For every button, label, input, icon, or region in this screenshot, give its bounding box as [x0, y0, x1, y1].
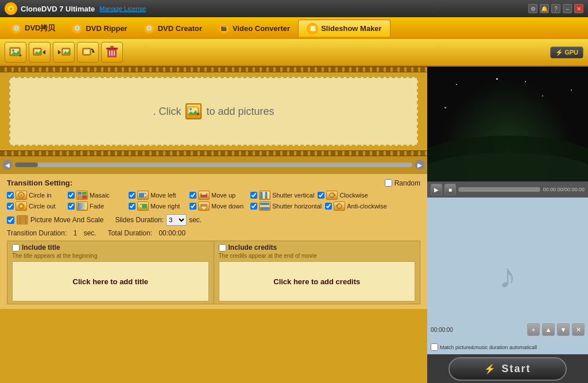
transitions-grid: Circle in Masaic [7, 191, 420, 211]
transition-circle-out: Circle out [7, 202, 64, 211]
masaic-icon [76, 191, 88, 200]
move-down-checkbox[interactable] [189, 203, 196, 210]
picture-area[interactable]: . Click + to add pictures [9, 77, 418, 146]
scrollbar-track[interactable] [15, 163, 412, 167]
svg-rect-34 [82, 195, 87, 199]
dvd-ripper-icon: 💿 [71, 22, 83, 34]
transition-move-up: Move up [189, 191, 247, 200]
rotate-picture-button[interactable] [77, 42, 99, 63]
pic-scale-label: Picture Move And Scale [30, 216, 103, 224]
svg-rect-57 [18, 216, 28, 225]
circle-in-label: Circle in [29, 192, 52, 199]
append-picture-button[interactable] [53, 42, 75, 63]
window-controls: ⚙ 🔔 ? – ✕ [528, 4, 583, 13]
duration-row: Transition Duration: 1 sec. Total Durati… [7, 229, 420, 237]
close-button[interactable]: ✕ [574, 4, 583, 13]
gpu-button[interactable]: ⚡ GPU [550, 47, 583, 59]
add-title-button[interactable]: Click here to add title [12, 261, 209, 301]
random-checkbox[interactable] [385, 179, 392, 187]
add-credits-button[interactable]: Click here to add credits [219, 261, 416, 301]
play-button[interactable]: ▶ [431, 184, 442, 195]
svg-rect-47 [78, 203, 87, 210]
transition-shutter-vertical: Shutter vertical [250, 191, 314, 200]
move-right-checkbox[interactable] [129, 203, 136, 210]
include-credits-label: Include credits [229, 243, 277, 252]
title-hint: The title appears at the beginning [12, 253, 209, 259]
pic-scale-icon [17, 215, 28, 225]
settings-icon[interactable]: ⚙ [528, 4, 537, 13]
minimize-button[interactable]: – [563, 4, 572, 13]
add-picture-button[interactable]: + [5, 42, 26, 63]
move-music-down-button[interactable]: ▼ [557, 323, 570, 336]
include-credits-check: Include credits [219, 243, 416, 252]
app-name: CloneDVD 7 Ultimate [21, 5, 95, 13]
random-check[interactable]: Random [385, 179, 420, 187]
include-title-check: Include title [12, 243, 209, 252]
svg-point-2 [10, 7, 12, 10]
svg-rect-41 [265, 192, 267, 199]
insert-picture-button[interactable] [29, 42, 51, 63]
tab-dvd-ripper[interactable]: 💿 DVD Ripper [63, 20, 135, 37]
nav-bar: 💿 DVD拷贝 💿 DVD Ripper 💿 DVD Creator 🎬 Vid… [0, 17, 588, 39]
transition-row-2: Circle out Fade [7, 202, 420, 211]
pic-scale-checkbox[interactable] [7, 216, 14, 224]
remove-music-button[interactable]: ✕ [572, 323, 585, 336]
svg-point-5 [12, 49, 14, 52]
scroll-right-button[interactable]: ▶ [415, 160, 425, 170]
shutter-vertical-label: Shutter vertical [272, 192, 314, 199]
clockwise-checkbox[interactable] [318, 192, 324, 199]
move-music-up-button[interactable]: ▲ [542, 323, 555, 336]
help-icon[interactable]: ? [551, 4, 560, 13]
fade-checkbox[interactable] [68, 203, 75, 210]
progress-bar[interactable] [458, 187, 540, 192]
start-icon: ⚡ [484, 363, 497, 374]
transition-move-right: Move right [129, 202, 186, 211]
stop-button[interactable]: ■ [444, 184, 456, 195]
include-title-label: Include title [22, 243, 60, 252]
scrollbar-thumb[interactable] [15, 163, 38, 167]
total-duration: Total Duration: 00:00:00 [108, 229, 185, 237]
svg-text:+: + [19, 53, 22, 58]
delete-button[interactable] [101, 42, 123, 63]
fade-label: Fade [90, 203, 104, 210]
move-up-icon [198, 191, 210, 200]
shutter-horizontal-checkbox[interactable] [250, 203, 257, 210]
circle-in-checkbox[interactable] [7, 192, 14, 199]
settings-row: Picture Move And Scale Slides Duration: … [7, 214, 420, 226]
anti-clockwise-checkbox[interactable] [325, 203, 332, 210]
notification-icon[interactable]: 🔔 [540, 4, 549, 13]
transition-duration: Transition Duration: 1 sec. [7, 229, 96, 237]
include-title-checkbox[interactable] [12, 244, 20, 252]
slides-duration-select[interactable]: 31245 [166, 214, 187, 226]
transition-shutter-horizontal: Shutter horizontal [250, 202, 322, 211]
license-link[interactable]: Manage License [99, 5, 146, 12]
landscape-svg [427, 78, 588, 181]
shutter-vertical-checkbox[interactable] [250, 192, 257, 199]
move-up-checkbox[interactable] [189, 192, 196, 199]
circle-out-label: Circle out [29, 203, 55, 210]
transition-area: Transition Setting: Random Circle in [0, 173, 427, 309]
tab-video-converter[interactable]: 🎬 Video Converter [210, 20, 298, 37]
move-down-icon [198, 202, 210, 211]
filmstrip-top [0, 67, 427, 72]
slides-duration-unit: sec. [189, 216, 202, 224]
shutter-vertical-icon [259, 191, 270, 200]
transition-duration-unit: sec. [84, 229, 96, 237]
circle-out-checkbox[interactable] [7, 203, 14, 210]
add-music-button[interactable]: + [527, 323, 540, 336]
svg-marker-15 [58, 50, 61, 55]
tab-dvd-creator[interactable]: 💿 DVD Creator [136, 20, 210, 37]
move-left-checkbox[interactable] [129, 192, 136, 199]
svg-marker-38 [201, 192, 207, 195]
scroll-left-button[interactable]: ◀ [2, 160, 13, 170]
include-credits-checkbox[interactable] [219, 244, 226, 252]
music-match: Match picture&music duration automatical… [431, 343, 537, 351]
masaic-checkbox[interactable] [68, 192, 75, 199]
svg-rect-54 [260, 207, 269, 210]
start-button[interactable]: ⚡ Start [448, 357, 566, 381]
svg-marker-51 [201, 207, 207, 210]
match-duration-checkbox[interactable] [431, 343, 438, 351]
tab-slideshow-maker[interactable]: 🖼 Slideshow Maker [298, 20, 390, 37]
transition-title: Transition Setting: [7, 179, 72, 187]
tab-dvd-copy[interactable]: 💿 DVD拷贝 [2, 20, 63, 37]
